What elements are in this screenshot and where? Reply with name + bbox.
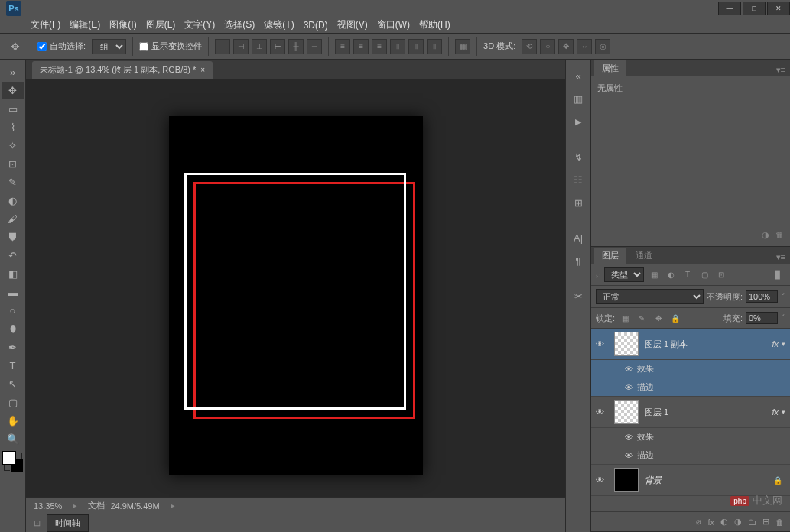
hand-tool[interactable]: ✋: [2, 412, 24, 429]
distribute-left-icon[interactable]: ⦀: [390, 39, 405, 54]
slide-3d-icon[interactable]: ↔: [577, 39, 592, 54]
lock-icon[interactable]: 🔒: [773, 476, 782, 485]
zoom-level[interactable]: 13.35%: [34, 501, 62, 511]
stamp-tool[interactable]: ⛊: [2, 229, 24, 245]
clip-mask-icon[interactable]: ◑: [762, 230, 769, 240]
filter-adjust-icon[interactable]: ◐: [664, 268, 678, 281]
menu-view[interactable]: 视图(V): [337, 18, 368, 31]
history-brush-tool[interactable]: ↶: [2, 247, 24, 264]
visibility-icon[interactable]: 👁: [596, 339, 608, 349]
path-select-tool[interactable]: ↖: [2, 375, 24, 392]
menu-filter[interactable]: 滤镜(T): [264, 18, 294, 31]
gradient-tool[interactable]: ▬: [2, 284, 24, 300]
layer-kind-filter[interactable]: 类型: [604, 267, 644, 282]
eraser-tool[interactable]: ◧: [2, 265, 24, 282]
close-tab-icon[interactable]: ×: [200, 66, 205, 74]
dodge-tool[interactable]: ⬮: [2, 320, 24, 337]
menu-window[interactable]: 窗口(W): [377, 18, 410, 31]
color-swatches[interactable]: [4, 453, 22, 471]
menu-select[interactable]: 选择(S): [224, 18, 255, 31]
fx-badge[interactable]: fx: [772, 339, 779, 349]
close-button[interactable]: ✕: [767, 2, 790, 15]
layer-effect-row[interactable]: 👁 效果: [591, 428, 790, 446]
doc-info-arrow-icon[interactable]: ▸: [171, 501, 175, 511]
menu-file[interactable]: 文件(F): [31, 18, 60, 31]
character-panel-icon[interactable]: A|: [568, 228, 588, 248]
auto-align-icon[interactable]: ▦: [455, 39, 470, 54]
lock-transparency-icon[interactable]: ▦: [618, 311, 632, 325]
distribute-vcenter-icon[interactable]: ≡: [353, 39, 369, 54]
canvas-viewport[interactable]: [26, 79, 565, 497]
fx-expand-icon[interactable]: ▾: [782, 340, 785, 348]
align-top-icon[interactable]: ⊤: [215, 39, 230, 54]
layer-row[interactable]: 👁 图层 1 副本 fx ▾: [591, 329, 790, 360]
canvas[interactable]: [169, 116, 423, 475]
layer-effect-row[interactable]: 👁 效果: [591, 360, 790, 378]
clone-panel-icon[interactable]: ⊞: [568, 193, 588, 212]
visibility-icon[interactable]: 👁: [625, 433, 637, 442]
menu-3d[interactable]: 3D(D): [304, 20, 328, 31]
filter-shape-icon[interactable]: ▢: [697, 268, 711, 281]
panel-menu-icon[interactable]: ▾≡: [772, 251, 790, 264]
zoom-3d-icon[interactable]: ◎: [595, 39, 610, 54]
menu-edit[interactable]: 编辑(E): [70, 18, 100, 31]
layer-thumbnail[interactable]: [614, 332, 639, 356]
fill-chevron-icon[interactable]: ˅: [781, 313, 785, 323]
filter-toggle-icon[interactable]: ▊: [772, 268, 785, 281]
doc-info[interactable]: 文档: 24.9M/5.49M: [88, 500, 159, 511]
distribute-bottom-icon[interactable]: ≡: [372, 39, 387, 54]
layer-row[interactable]: 👁 图层 1 fx ▾: [591, 397, 790, 428]
layer-name[interactable]: 图层 1: [645, 407, 772, 418]
layer-effect-row[interactable]: 👁 描边: [591, 446, 790, 465]
menu-layer[interactable]: 图层(L): [146, 18, 176, 31]
filter-pixel-icon[interactable]: ▦: [647, 268, 661, 281]
auto-select-option[interactable]: 自动选择:: [37, 41, 86, 52]
show-transform-option[interactable]: 显示变换控件: [139, 41, 202, 52]
blend-mode-select[interactable]: 正常: [596, 289, 704, 304]
distribute-hcenter-icon[interactable]: ⦀: [408, 39, 424, 54]
expand-toolbox-icon[interactable]: »: [2, 63, 24, 80]
fx-expand-icon[interactable]: ▾: [782, 408, 785, 416]
opacity-input[interactable]: [746, 290, 778, 303]
type-tool[interactable]: T: [2, 357, 24, 374]
actions-panel-icon[interactable]: ▶: [568, 112, 588, 131]
auto-select-checkbox[interactable]: [37, 42, 47, 51]
menu-type[interactable]: 文字(Y): [184, 18, 215, 31]
distribute-right-icon[interactable]: ⦀: [427, 39, 442, 54]
eyedropper-tool[interactable]: ✎: [2, 174, 24, 190]
opacity-chevron-icon[interactable]: ˅: [781, 292, 785, 302]
minimize-button[interactable]: —: [718, 2, 741, 15]
align-right-icon[interactable]: ⊣: [307, 39, 322, 54]
menu-help[interactable]: 帮助(H): [419, 18, 450, 31]
filter-smart-icon[interactable]: ⊡: [714, 268, 728, 281]
visibility-icon[interactable]: 👁: [625, 365, 637, 374]
properties-tab[interactable]: 属性: [594, 60, 626, 76]
visibility-icon[interactable]: 👁: [625, 451, 637, 460]
move-tool[interactable]: ✥: [2, 82, 24, 99]
lock-position-icon[interactable]: ✥: [652, 311, 665, 325]
delete-adjustment-icon[interactable]: 🗑: [775, 230, 784, 240]
collapse-panels-icon[interactable]: «: [568, 66, 588, 86]
layer-name[interactable]: 背景: [645, 475, 773, 486]
timeline-tab[interactable]: 时间轴: [47, 514, 89, 532]
maximize-button[interactable]: □: [743, 2, 766, 15]
foreground-color-swatch[interactable]: [2, 451, 16, 465]
layer-row[interactable]: 👁 背景 🔒: [591, 465, 790, 496]
tool-presets-panel-icon[interactable]: ✂: [568, 286, 588, 306]
document-tab[interactable]: 未标题-1 @ 13.4% (图层 1 副本, RGB/8) * ×: [32, 61, 213, 79]
show-transform-checkbox[interactable]: [139, 42, 148, 51]
magic-wand-tool[interactable]: ✧: [2, 137, 24, 154]
panel-menu-icon[interactable]: ▾≡: [772, 63, 790, 76]
link-layers-icon[interactable]: ⌀: [696, 517, 701, 527]
lasso-tool[interactable]: ⌇: [2, 118, 24, 135]
filter-search-icon[interactable]: ⌕: [596, 270, 601, 279]
visibility-icon[interactable]: 👁: [625, 383, 637, 392]
visibility-icon[interactable]: 👁: [596, 475, 608, 485]
layer-effect-row[interactable]: 👁 描边: [591, 378, 790, 397]
lock-image-icon[interactable]: ✎: [635, 311, 649, 325]
brush-presets-panel-icon[interactable]: ☷: [568, 170, 588, 190]
paragraph-panel-icon[interactable]: ¶: [568, 251, 588, 271]
channels-tab[interactable]: 通道: [628, 248, 660, 264]
timeline-toggle-icon[interactable]: ⊡: [34, 518, 41, 528]
crop-tool[interactable]: ⊡: [2, 155, 24, 172]
